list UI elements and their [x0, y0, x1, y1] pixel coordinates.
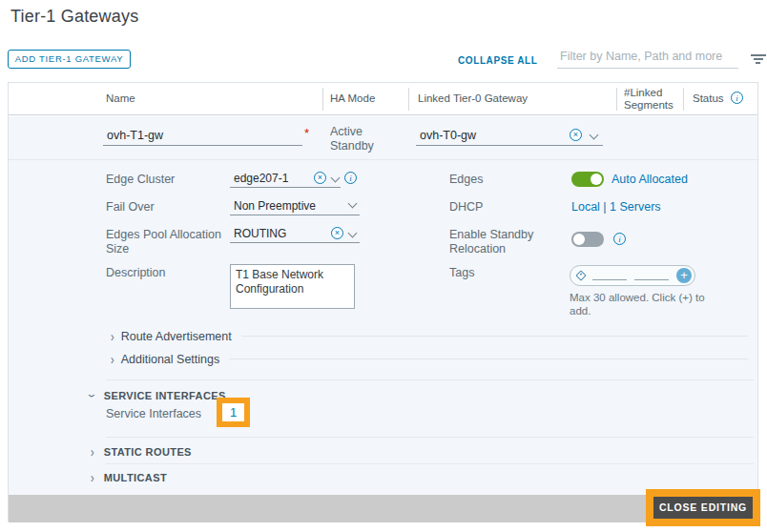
filter-field[interactable] — [557, 45, 738, 69]
standby-relocation-toggle[interactable] — [571, 232, 604, 247]
section-title: STATIC ROUTES — [104, 446, 192, 458]
name-input[interactable]: ovh-T1-gw — [103, 125, 302, 146]
tags-input[interactable]: + — [570, 265, 695, 286]
annotation-highlight-box: CLOSE EDITING — [646, 489, 760, 526]
service-interfaces-count-link[interactable]: 1 — [230, 405, 237, 419]
fail-over-label: Fail Over — [106, 200, 155, 215]
gateways-table: Name HA Mode Linked Tier-0 Gateway #Link… — [8, 82, 758, 522]
chevron-down-icon[interactable] — [331, 174, 341, 183]
clear-selection-icon[interactable]: × — [314, 172, 326, 184]
pool-label: Edges Pool Allocation Size — [106, 228, 226, 256]
col-linked-segments: #Linked Segments — [624, 87, 679, 112]
clear-selection-icon[interactable]: × — [331, 227, 343, 239]
tag-name-input[interactable] — [592, 279, 627, 280]
clear-selection-icon[interactable]: × — [570, 129, 582, 141]
edges-label: Edges — [449, 173, 483, 187]
section-title: SERVICE INTERFACES — [104, 390, 226, 401]
tags-label: Tags — [449, 266, 474, 280]
standby-label: Enable Standby Relocation — [449, 228, 556, 256]
add-tier1-gateway-button[interactable]: ADD TIER-1 GATEWAY — [8, 50, 131, 69]
section-route-advertisement[interactable]: › Route Advertisement — [111, 329, 748, 343]
edge-cluster-info-icon[interactable]: i — [344, 172, 357, 184]
chevron-down-icon[interactable] — [348, 229, 358, 238]
page-title: Tier-1 Gateways — [10, 7, 138, 27]
close-editing-button[interactable]: CLOSE EDITING — [653, 497, 753, 519]
chevron-down-icon[interactable] — [348, 199, 358, 209]
tag-scope-input[interactable] — [634, 279, 669, 280]
required-asterisk: * — [304, 126, 309, 140]
pool-select[interactable]: ROUTING × — [230, 224, 360, 243]
col-ha-mode: HA Mode — [330, 92, 375, 104]
description-textarea[interactable]: T1 Base Network Configuration — [230, 264, 355, 309]
chevron-right-icon: › — [91, 444, 94, 460]
edges-toggle[interactable] — [571, 172, 604, 187]
section-title: Route Advertisement — [121, 330, 232, 343]
edge-cluster-label: Edge Cluster — [106, 173, 175, 187]
standby-info-icon[interactable]: i — [613, 233, 626, 245]
service-interfaces-label: Service Interfaces — [106, 407, 201, 421]
chevron-right-icon: › — [111, 352, 114, 367]
edge-cluster-select[interactable]: edge207-1 × — [230, 169, 341, 188]
edge-cluster-value: edge207-1 — [230, 172, 288, 185]
gateway-edit-row: ovh-T1-gw * Active Standby ovh-T0-gw × E… — [9, 116, 757, 495]
section-static-routes[interactable]: › STATIC ROUTES — [91, 444, 192, 459]
dhcp-label: DHCP — [449, 200, 483, 215]
fail-over-select[interactable]: Non Preemptive — [230, 196, 360, 215]
section-title: Additional Settings — [121, 353, 220, 366]
section-additional-settings[interactable]: › Additional Settings — [111, 352, 748, 366]
chevron-right-icon: › — [91, 470, 94, 485]
add-tag-icon[interactable]: + — [676, 268, 692, 283]
fail-over-value: Non Preemptive — [230, 199, 316, 213]
table-header: Name HA Mode Linked Tier-0 Gateway #Link… — [9, 83, 757, 115]
name-value: ovh-T1-gw — [103, 129, 163, 142]
section-multicast[interactable]: › MULTICAST — [91, 470, 167, 484]
col-status: Status — [693, 92, 724, 104]
auto-allocated-link[interactable]: Auto Allocated — [612, 173, 688, 186]
annotation-highlight-box: 1 — [217, 398, 250, 427]
chevron-down-icon[interactable] — [590, 131, 599, 140]
section-title: MULTICAST — [104, 472, 167, 483]
filter-input[interactable] — [557, 45, 738, 68]
tag-icon — [575, 270, 586, 280]
col-name: Name — [106, 92, 135, 104]
pool-value: ROUTING — [230, 227, 286, 240]
description-label: Description — [106, 266, 166, 280]
linked-tier0-value: ovh-T0-gw — [416, 129, 476, 142]
linked-tier0-select[interactable]: ovh-T0-gw × — [416, 125, 603, 146]
collapse-all-link[interactable]: COLLAPSE ALL — [458, 55, 538, 66]
tags-hint: Max 30 allowed. Click (+) to add. — [570, 292, 720, 317]
filter-icon[interactable] — [750, 54, 766, 66]
section-service-interfaces[interactable]: › SERVICE INTERFACES — [91, 388, 226, 402]
chevron-right-icon: › — [111, 329, 114, 344]
col-linked-tier0: Linked Tier-0 Gateway — [418, 92, 528, 104]
status-info-icon[interactable]: i — [731, 92, 743, 104]
dhcp-link[interactable]: Local | 1 Servers — [571, 200, 661, 214]
chevron-down-icon: › — [85, 394, 100, 398]
ha-mode-value: Active Standby — [330, 125, 387, 153]
